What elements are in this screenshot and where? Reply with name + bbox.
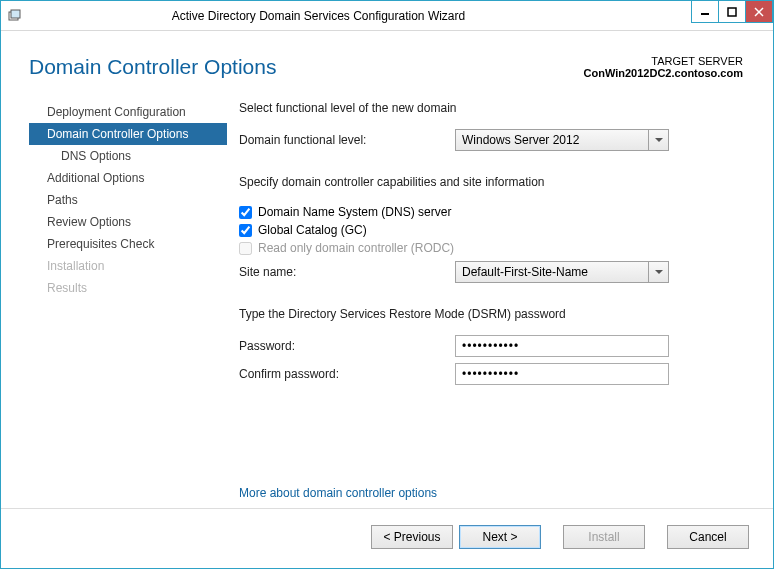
site-name-label: Site name: bbox=[239, 265, 455, 279]
functional-level-row: Domain functional level: Windows Server … bbox=[239, 129, 743, 151]
confirm-password-input[interactable] bbox=[455, 363, 669, 385]
sidebar-item-dns-options[interactable]: DNS Options bbox=[29, 145, 227, 167]
sidebar-item-deployment[interactable]: Deployment Configuration bbox=[29, 101, 227, 123]
more-link[interactable]: More about domain controller options bbox=[239, 486, 743, 500]
rodc-checkbox bbox=[239, 242, 252, 255]
confirm-password-label: Confirm password: bbox=[239, 367, 455, 381]
chevron-down-icon bbox=[648, 130, 668, 150]
previous-button[interactable]: < Previous bbox=[371, 525, 453, 549]
site-name-value: Default-First-Site-Name bbox=[456, 262, 648, 282]
target-server: TARGET SERVER ConWin2012DC2.contoso.com bbox=[584, 55, 743, 79]
sidebar-item-prereq[interactable]: Prerequisites Check bbox=[29, 233, 227, 255]
sidebar-item-additional[interactable]: Additional Options bbox=[29, 167, 227, 189]
functional-level-label: Domain functional level: bbox=[239, 133, 455, 147]
password-row: Password: bbox=[239, 335, 743, 357]
site-name-dropdown[interactable]: Default-First-Site-Name bbox=[455, 261, 669, 283]
page-title: Domain Controller Options bbox=[29, 55, 276, 79]
main-panel: Select functional level of the new domai… bbox=[227, 101, 743, 508]
target-label: TARGET SERVER bbox=[584, 55, 743, 67]
minimize-button[interactable] bbox=[691, 1, 719, 23]
site-name-row: Site name: Default-First-Site-Name bbox=[239, 261, 743, 283]
content-area: Domain Controller Options TARGET SERVER … bbox=[1, 31, 773, 568]
dns-checkbox-label: Domain Name System (DNS) server bbox=[258, 205, 451, 219]
next-button[interactable]: Next > bbox=[459, 525, 541, 549]
gc-checkbox-label: Global Catalog (GC) bbox=[258, 223, 367, 237]
window-controls bbox=[692, 1, 773, 30]
wizard-window: Active Directory Domain Services Configu… bbox=[0, 0, 774, 569]
header-row: Domain Controller Options TARGET SERVER … bbox=[29, 55, 743, 79]
rodc-checkbox-row: Read only domain controller (RODC) bbox=[239, 241, 743, 255]
svg-rect-3 bbox=[728, 8, 736, 16]
window-title: Active Directory Domain Services Configu… bbox=[0, 9, 692, 23]
gc-checkbox[interactable] bbox=[239, 224, 252, 237]
gc-checkbox-row: Global Catalog (GC) bbox=[239, 223, 743, 237]
sidebar-item-installation: Installation bbox=[29, 255, 227, 277]
footer: < Previous Next > Install Cancel bbox=[1, 508, 773, 554]
functional-level-dropdown[interactable]: Windows Server 2012 bbox=[455, 129, 669, 151]
install-button: Install bbox=[563, 525, 645, 549]
sidebar: Deployment Configuration Domain Controll… bbox=[29, 101, 227, 508]
body-row: Deployment Configuration Domain Controll… bbox=[29, 101, 743, 508]
dsrm-section-text: Type the Directory Services Restore Mode… bbox=[239, 307, 743, 321]
confirm-password-row: Confirm password: bbox=[239, 363, 743, 385]
chevron-down-icon bbox=[648, 262, 668, 282]
sidebar-item-dc-options[interactable]: Domain Controller Options bbox=[29, 123, 227, 145]
sidebar-item-results: Results bbox=[29, 277, 227, 299]
cancel-button[interactable]: Cancel bbox=[667, 525, 749, 549]
sidebar-item-review[interactable]: Review Options bbox=[29, 211, 227, 233]
maximize-button[interactable] bbox=[718, 1, 746, 23]
functional-section-text: Select functional level of the new domai… bbox=[239, 101, 743, 115]
dns-checkbox-row: Domain Name System (DNS) server bbox=[239, 205, 743, 219]
password-label: Password: bbox=[239, 339, 455, 353]
functional-level-value: Windows Server 2012 bbox=[456, 130, 648, 150]
caps-section-text: Specify domain controller capabilities a… bbox=[239, 175, 743, 189]
titlebar: Active Directory Domain Services Configu… bbox=[1, 1, 773, 31]
password-input[interactable] bbox=[455, 335, 669, 357]
sidebar-item-paths[interactable]: Paths bbox=[29, 189, 227, 211]
dns-checkbox[interactable] bbox=[239, 206, 252, 219]
target-value: ConWin2012DC2.contoso.com bbox=[584, 67, 743, 79]
rodc-checkbox-label: Read only domain controller (RODC) bbox=[258, 241, 454, 255]
close-button[interactable] bbox=[745, 1, 773, 23]
